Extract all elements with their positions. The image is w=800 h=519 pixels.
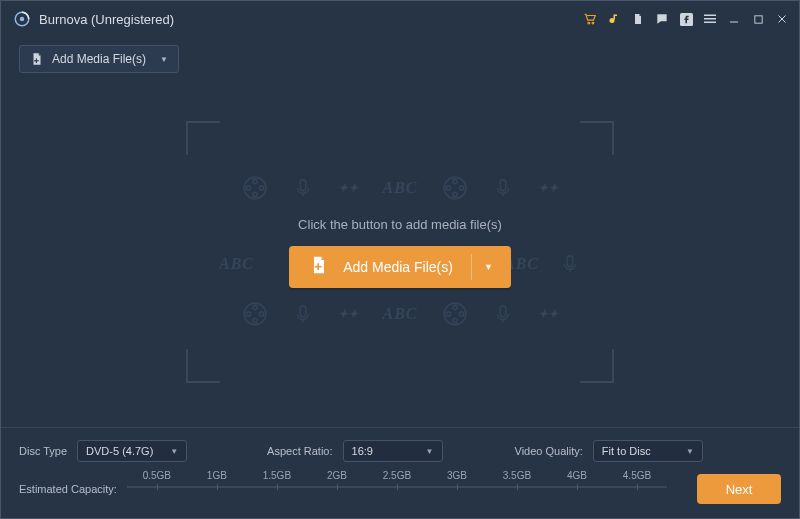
menu-icon[interactable] bbox=[703, 12, 717, 26]
chat-icon[interactable] bbox=[655, 12, 669, 26]
capacity-tick-label: 0.5GB bbox=[143, 470, 171, 481]
svg-point-26 bbox=[459, 186, 463, 190]
svg-point-36 bbox=[444, 303, 466, 325]
capacity-tick-label: 2.5GB bbox=[383, 470, 411, 481]
svg-rect-22 bbox=[301, 180, 307, 191]
svg-point-27 bbox=[452, 192, 456, 196]
cart-icon[interactable] bbox=[583, 12, 597, 26]
svg-rect-9 bbox=[704, 18, 716, 20]
mic-icon bbox=[292, 303, 314, 325]
capacity-tick-label: 2GB bbox=[327, 470, 347, 481]
video-quality-select[interactable]: Fit to Disc ▼ bbox=[593, 440, 703, 462]
svg-rect-12 bbox=[754, 15, 761, 22]
svg-rect-41 bbox=[500, 306, 506, 317]
abc-text: ABC bbox=[382, 305, 417, 323]
key-icon[interactable] bbox=[607, 12, 621, 26]
svg-rect-16 bbox=[34, 60, 39, 61]
aspect-ratio-value: 16:9 bbox=[352, 445, 373, 457]
svg-point-30 bbox=[245, 303, 267, 325]
svg-point-20 bbox=[260, 186, 264, 190]
options-row: Disc Type DVD-5 (4.7G) ▼ Aspect Ratio: 1… bbox=[19, 440, 781, 462]
chevron-down-icon: ▼ bbox=[484, 262, 493, 272]
capacity-tick-label: 3GB bbox=[447, 470, 467, 481]
svg-point-24 bbox=[452, 179, 456, 183]
capacity-tick-label: 1GB bbox=[207, 470, 227, 481]
svg-point-1 bbox=[20, 17, 25, 22]
hint-text: Click the button to add media file(s) bbox=[298, 217, 502, 232]
close-icon[interactable] bbox=[775, 12, 789, 26]
svg-point-39 bbox=[459, 312, 463, 316]
maximize-icon[interactable] bbox=[751, 12, 765, 26]
mic-icon bbox=[559, 253, 581, 275]
svg-rect-29 bbox=[567, 256, 573, 267]
capacity-tick-label: 4GB bbox=[567, 470, 587, 481]
svg-point-2 bbox=[588, 22, 590, 24]
reel-icon bbox=[442, 175, 468, 201]
next-button[interactable]: Next bbox=[697, 474, 781, 504]
file-plus-icon bbox=[30, 52, 44, 66]
toolbar: Add Media File(s) ▼ bbox=[1, 37, 799, 77]
add-media-big-button[interactable]: Add Media File(s) ▼ bbox=[289, 246, 511, 288]
disc-type-value: DVD-5 (4.7G) bbox=[86, 445, 153, 457]
svg-rect-43 bbox=[315, 266, 322, 268]
svg-point-23 bbox=[444, 177, 466, 199]
capacity-bar: 0.5GB1GB1.5GB2GB2.5GB3GB3.5GB4GB4.5GB bbox=[127, 480, 667, 496]
aspect-ratio-label: Aspect Ratio: bbox=[267, 445, 332, 457]
disc-type-label: Disc Type bbox=[19, 445, 67, 457]
capacity-label: Estimated Capacity: bbox=[19, 483, 117, 495]
document-icon[interactable] bbox=[631, 12, 645, 26]
video-quality-label: Video Quality: bbox=[515, 445, 583, 457]
svg-rect-8 bbox=[704, 15, 716, 17]
reel-icon bbox=[242, 301, 268, 327]
chevron-down-icon: ▼ bbox=[170, 447, 178, 456]
disc-type-select[interactable]: DVD-5 (4.7G) ▼ bbox=[77, 440, 187, 462]
reel-icon bbox=[242, 175, 268, 201]
app-title: Burnova (Unregistered) bbox=[39, 12, 174, 27]
svg-rect-5 bbox=[614, 15, 616, 20]
bg-icon-row: ✦✦ ABC ✦✦ bbox=[186, 301, 614, 327]
add-media-small-label: Add Media File(s) bbox=[52, 52, 146, 66]
abc-text: ABC bbox=[219, 255, 254, 273]
svg-point-17 bbox=[245, 177, 267, 199]
reel-icon bbox=[442, 301, 468, 327]
svg-point-31 bbox=[253, 305, 257, 309]
capacity-tick-label: 1.5GB bbox=[263, 470, 291, 481]
svg-rect-10 bbox=[704, 22, 716, 24]
titlebar-actions bbox=[583, 12, 789, 26]
stars-icon: ✦✦ bbox=[538, 181, 558, 195]
stars-icon: ✦✦ bbox=[338, 181, 358, 195]
chevron-down-icon: ▼ bbox=[426, 447, 434, 456]
svg-point-33 bbox=[260, 312, 264, 316]
facebook-icon[interactable] bbox=[679, 12, 693, 26]
mic-icon bbox=[492, 177, 514, 199]
mic-icon bbox=[292, 177, 314, 199]
app-logo-icon bbox=[13, 10, 31, 28]
svg-point-32 bbox=[247, 312, 251, 316]
bg-icon-row: ✦✦ ABC ✦✦ bbox=[186, 175, 614, 201]
capacity-row: Estimated Capacity: 0.5GB1GB1.5GB2GB2.5G… bbox=[19, 474, 781, 504]
bottom-panel: Disc Type DVD-5 (4.7G) ▼ Aspect Ratio: 1… bbox=[1, 427, 799, 518]
svg-point-34 bbox=[253, 318, 257, 322]
chevron-down-icon: ▼ bbox=[686, 447, 694, 456]
next-label: Next bbox=[726, 482, 753, 497]
svg-point-21 bbox=[253, 192, 257, 196]
svg-point-18 bbox=[253, 179, 257, 183]
svg-point-38 bbox=[446, 312, 450, 316]
svg-rect-6 bbox=[615, 15, 617, 17]
file-plus-icon bbox=[309, 254, 329, 279]
add-media-big-label: Add Media File(s) bbox=[343, 259, 453, 275]
svg-point-37 bbox=[452, 305, 456, 309]
minimize-icon[interactable] bbox=[727, 12, 741, 26]
capacity-tick-label: 3.5GB bbox=[503, 470, 531, 481]
chevron-down-icon: ▼ bbox=[160, 55, 168, 64]
stars-icon: ✦✦ bbox=[538, 307, 558, 321]
aspect-ratio-select[interactable]: 16:9 ▼ bbox=[343, 440, 443, 462]
svg-point-40 bbox=[452, 318, 456, 322]
mic-icon bbox=[492, 303, 514, 325]
capacity-tick-label: 4.5GB bbox=[623, 470, 651, 481]
add-media-small-button[interactable]: Add Media File(s) ▼ bbox=[19, 45, 179, 73]
video-quality-value: Fit to Disc bbox=[602, 445, 651, 457]
app-window: Burnova (Unregistered) Add Media File(s)… bbox=[0, 0, 800, 519]
abc-text: ABC bbox=[382, 179, 417, 197]
svg-point-19 bbox=[247, 186, 251, 190]
